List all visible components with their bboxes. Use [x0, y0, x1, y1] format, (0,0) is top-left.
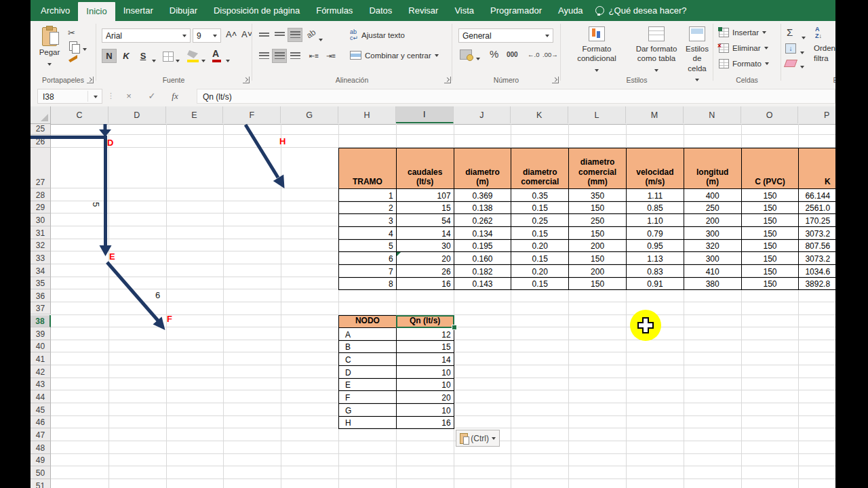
row-header-25[interactable]: 25 [31, 124, 51, 135]
pipe-table-cell[interactable]: 150 [741, 226, 800, 240]
column-header-H[interactable]: H [338, 106, 396, 123]
node-table-cell[interactable]: B [338, 340, 397, 354]
node-table-cell[interactable]: 10 [396, 378, 454, 392]
node-table-cell[interactable]: F [338, 390, 397, 404]
formula-input[interactable]: Qn (lt/s) [197, 89, 835, 104]
tab-disposici-n-de-p-gina[interactable]: Disposición de página [205, 0, 308, 21]
node-table-cell[interactable]: G [338, 403, 397, 417]
node-table-cell[interactable]: 14 [396, 352, 454, 366]
diagram-label-5[interactable]: 5 [91, 202, 101, 207]
column-header-K[interactable]: K [511, 106, 568, 123]
bold-button[interactable]: N [102, 49, 117, 63]
fill-color-dropdown[interactable] [201, 54, 205, 66]
increase-font-icon[interactable]: A˄ [226, 29, 237, 39]
row-header-46[interactable]: 46 [31, 416, 51, 429]
pipe-table-cell[interactable]: 1.10 [626, 214, 684, 227]
pipe-table-cell[interactable]: 150 [741, 264, 800, 278]
node-table-cell[interactable]: 10 [396, 403, 454, 417]
column-header-O[interactable]: O [741, 106, 799, 123]
node-table-cell[interactable]: D [338, 365, 397, 379]
node-table-cell[interactable]: 10 [396, 365, 454, 379]
align-right-button[interactable] [288, 49, 302, 63]
node-table-cell[interactable]: 16 [396, 416, 454, 430]
row-header-42[interactable]: 42 [31, 365, 51, 378]
format-as-table-button[interactable]: Dar formato como tabla [629, 26, 684, 76]
pipe-table-cell[interactable]: 150 [741, 239, 800, 253]
pipe-table-header[interactable]: TRAMO [338, 148, 397, 189]
pipe-table-cell[interactable]: 0.182 [454, 264, 512, 278]
row-header-30[interactable]: 30 [31, 214, 51, 226]
pipe-table-cell[interactable]: 0.160 [454, 251, 512, 265]
clear-button[interactable] [784, 60, 797, 67]
font-size-combo[interactable]: 9 [193, 28, 221, 43]
row-header-40[interactable]: 40 [31, 340, 51, 353]
pipe-table-cell[interactable]: 380 [684, 277, 742, 291]
column-header-N[interactable]: N [684, 106, 741, 123]
increase-indent-icon[interactable]: ⇥≡ [323, 49, 338, 63]
pipe-table-cell[interactable]: 0.35 [511, 188, 569, 202]
align-top-button[interactable] [256, 28, 271, 42]
pipe-table-cell[interactable]: 7 [338, 264, 397, 278]
pipe-table-cell[interactable]: 250 [568, 214, 627, 227]
accounting-dropdown[interactable] [476, 52, 480, 64]
pipe-table-cell[interactable]: 320 [684, 239, 742, 253]
align-center-button[interactable] [272, 49, 287, 63]
diagram-label-E[interactable]: E [109, 251, 115, 262]
tell-me-search[interactable]: ¿Qué desea hacer? [595, 0, 687, 21]
pipe-table-cell[interactable]: 0.134 [454, 226, 512, 240]
pipe-table-cell[interactable]: 20 [396, 251, 454, 265]
alignment-dialog-launcher[interactable] [444, 77, 451, 83]
cancel-icon[interactable]: × [121, 89, 137, 104]
clipboard-dialog-launcher[interactable] [87, 77, 94, 83]
row-header-27[interactable]: 27 [31, 148, 51, 188]
tab-dibujar[interactable]: Dibujar [161, 0, 205, 21]
row-header-26[interactable]: 26 [31, 135, 51, 148]
conditional-formatting-button[interactable]: Formato condicional [567, 26, 627, 76]
tab-archivo[interactable]: Archivo [33, 0, 78, 21]
pipe-table-cell[interactable]: 300 [684, 226, 742, 240]
autosum-dropdown[interactable] [802, 31, 806, 43]
pipe-table-cell[interactable]: 200 [684, 214, 742, 227]
pipe-table-cell[interactable]: 0.138 [454, 201, 512, 215]
pipe-table-cell[interactable]: 0.15 [511, 251, 569, 265]
pipe-table-cell[interactable]: 107 [396, 188, 454, 202]
pipe-table-cell[interactable]: 0.79 [626, 226, 684, 240]
align-middle-button[interactable] [272, 28, 287, 42]
node-table-cell[interactable]: 15 [396, 340, 454, 354]
number-format-combo[interactable]: General [458, 28, 553, 43]
pipe-table-cell[interactable]: 4 [338, 226, 397, 240]
pipe-table-cell[interactable]: 150 [741, 277, 800, 291]
pipe-table-cell[interactable]: 400 [684, 188, 742, 202]
pipe-table-cell[interactable]: 5 [338, 239, 397, 253]
node-table-cell[interactable]: H [338, 416, 397, 430]
pipe-table-cell[interactable]: 250 [684, 201, 742, 215]
pipe-table-cell[interactable]: 54 [396, 214, 454, 227]
pipe-table-header[interactable]: velocidad (m/s) [626, 148, 684, 189]
align-bottom-button[interactable] [288, 28, 302, 42]
name-box[interactable]: I38 [37, 89, 102, 104]
accounting-format-icon[interactable] [460, 49, 472, 60]
pipe-table-cell[interactable]: 30 [396, 239, 454, 253]
borders-icon[interactable] [163, 52, 174, 62]
decrease-decimal-button[interactable]: .00→ [542, 51, 558, 58]
pipe-table-cell[interactable]: 16 [396, 277, 454, 291]
pipe-table-cell[interactable]: 0.20 [511, 264, 569, 278]
column-header-G[interactable]: G [281, 106, 338, 123]
format-cells-button[interactable]: Formato [719, 59, 769, 68]
paste-button[interactable]: Pegar [35, 26, 64, 73]
pipe-table-cell[interactable]: 1.11 [626, 188, 684, 202]
node-table-cell[interactable]: E [338, 378, 397, 392]
node-table-header[interactable]: NODO [338, 315, 397, 329]
diagram-label-H[interactable]: H [279, 136, 285, 146]
row-header-51[interactable]: 51 [31, 479, 51, 488]
pipe-table-header[interactable]: C (PVC) [741, 148, 800, 189]
pipe-table-cell[interactable]: 200 [568, 239, 627, 253]
row-header-48[interactable]: 48 [31, 441, 51, 454]
column-header-J[interactable]: J [454, 106, 511, 123]
pipe-table-cell[interactable]: 200 [568, 264, 627, 278]
pipe-table-cell[interactable]: 0.83 [626, 264, 684, 278]
column-header-E[interactable]: E [166, 106, 224, 123]
node-table-cell[interactable]: 12 [396, 327, 454, 341]
pipe-table-cell[interactable]: 350 [568, 188, 627, 202]
row-header-49[interactable]: 49 [31, 454, 51, 467]
